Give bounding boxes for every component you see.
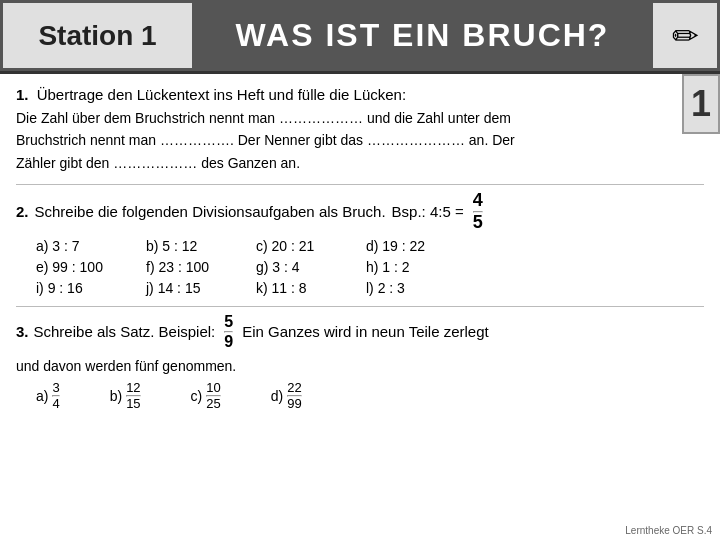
divider2 — [16, 306, 704, 307]
task3-body: und davon werden fünf genommen. — [16, 355, 704, 377]
div-item-a: a) 3 : 7 — [36, 238, 106, 254]
station-box: Station 1 — [0, 0, 195, 71]
div-item-b: b) 5 : 12 — [146, 238, 216, 254]
div-item-c: c) 20 : 21 — [256, 238, 326, 254]
main-content: 1 1. Übertrage den Lückentext ins Heft u… — [0, 74, 720, 430]
task2: 2. Schreibe die folgenden Divisionsaufga… — [16, 191, 704, 296]
header-title: WAS IST EIN BRUCH? — [236, 17, 610, 54]
task3-example-fraction: 5 9 — [224, 313, 233, 351]
div-item-i: i) 9 : 16 — [36, 280, 106, 296]
task3-frac-d: d) 22 99 — [271, 381, 302, 412]
div-item-j: j) 14 : 15 — [146, 280, 216, 296]
task3-frac-b: b) 12 15 — [110, 381, 141, 412]
task2-example-fraction: 4 5 — [473, 191, 483, 233]
task2-row2: e) 99 : 100 f) 23 : 100 g) 3 : 4 h) 1 : … — [36, 259, 704, 275]
pencil-icon: ✏ — [650, 0, 720, 71]
div-item-k: k) 11 : 8 — [256, 280, 326, 296]
task2-header: 2. Schreibe die folgenden Divisionsaufga… — [16, 191, 704, 233]
task3-frac-c: c) 10 25 — [191, 381, 221, 412]
div-item-f: f) 23 : 100 — [146, 259, 216, 275]
task1-body: Die Zahl über dem Bruchstrich nennt man … — [16, 107, 704, 174]
task2-example-text: Bsp.: 4:5 = — [392, 203, 464, 220]
task3-header: 3. Schreibe als Satz. Beispiel: 5 9 Ein … — [16, 313, 704, 351]
div-item-g: g) 3 : 4 — [256, 259, 326, 275]
task1-header: 1. Übertrage den Lückentext ins Heft und… — [16, 86, 704, 103]
task2-row3: i) 9 : 16 j) 14 : 15 k) 11 : 8 l) 2 : 3 — [36, 280, 704, 296]
task3-frac-a: a) 3 4 — [36, 381, 60, 412]
page-header: Station 1 WAS IST EIN BRUCH? ✏ — [0, 0, 720, 74]
footer-text: Lerntheke OER S.4 — [625, 525, 712, 536]
task3-fraction-row: a) 3 4 b) 12 15 c) 10 — [36, 381, 704, 412]
div-item-d: d) 19 : 22 — [366, 238, 436, 254]
task1: 1. Übertrage den Lückentext ins Heft und… — [16, 86, 704, 174]
div-item-l: l) 2 : 3 — [366, 280, 436, 296]
number-badge: 1 — [682, 74, 720, 134]
task2-row1: a) 3 : 7 b) 5 : 12 c) 20 : 21 d) 19 : 22 — [36, 238, 704, 254]
header-middle: WAS IST EIN BRUCH? — [195, 0, 650, 71]
station-title: Station 1 — [38, 20, 156, 52]
div-item-h: h) 1 : 2 — [366, 259, 436, 275]
task3: 3. Schreibe als Satz. Beispiel: 5 9 Ein … — [16, 313, 704, 412]
divider1 — [16, 184, 704, 185]
div-item-e: e) 99 : 100 — [36, 259, 106, 275]
